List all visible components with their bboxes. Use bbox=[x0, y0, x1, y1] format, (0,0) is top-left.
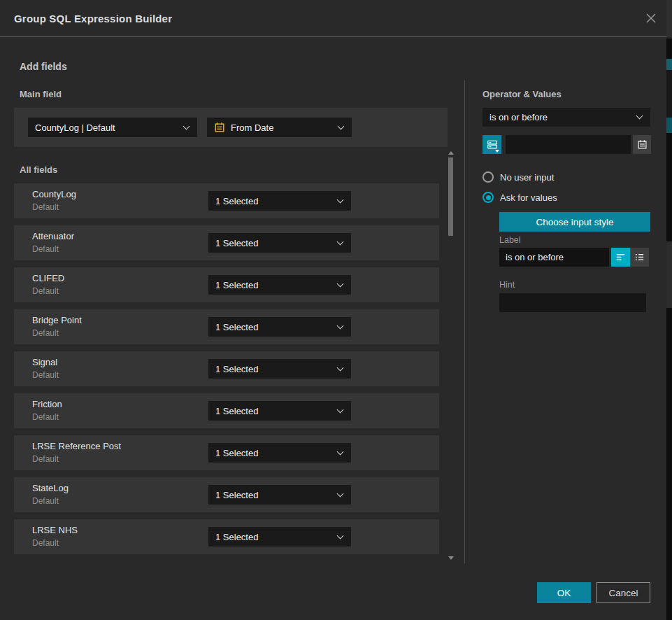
radio-icon bbox=[482, 171, 494, 183]
hint-caption: Hint bbox=[499, 280, 515, 290]
date-value-input[interactable] bbox=[506, 135, 631, 154]
all-fields-list: CountyLog Default 1 Selected Attenuator … bbox=[14, 183, 439, 561]
operator-values-heading: Operator & Values bbox=[482, 89, 562, 99]
field-row: LRSE Reference Post Default 1 Selected bbox=[14, 435, 439, 470]
single-label-style-button[interactable] bbox=[611, 248, 630, 267]
field-values-select[interactable]: 1 Selected bbox=[208, 527, 351, 547]
field-values-select-value: 1 Selected bbox=[215, 490, 331, 500]
field-values-select[interactable]: 1 Selected bbox=[208, 359, 351, 379]
chevron-down-icon bbox=[337, 406, 344, 413]
operator-select-value: is on or before bbox=[489, 112, 630, 122]
field-row: LRSE NHS Default 1 Selected bbox=[14, 519, 439, 554]
chevron-down-icon bbox=[337, 490, 344, 497]
chevron-down-icon bbox=[495, 150, 499, 153]
chevron-down-icon bbox=[337, 280, 344, 287]
chevron-down-icon bbox=[337, 196, 344, 203]
field-values-select[interactable]: 1 Selected bbox=[208, 485, 351, 505]
scrollbar-thumb[interactable] bbox=[448, 157, 453, 236]
label-caption: Label bbox=[499, 235, 521, 245]
field-values-select-value: 1 Selected bbox=[215, 280, 331, 290]
background-app-fragment bbox=[666, 70, 672, 118]
chevron-down-icon bbox=[337, 532, 344, 539]
field-values-select[interactable]: 1 Selected bbox=[208, 443, 351, 463]
scrollbar[interactable] bbox=[448, 151, 455, 560]
field-values-select[interactable]: 1 Selected bbox=[208, 275, 351, 295]
field-values-select-value: 1 Selected bbox=[215, 364, 331, 374]
date-picker-button[interactable] bbox=[633, 135, 651, 154]
field-values-select-value: 1 Selected bbox=[215, 238, 331, 248]
main-field-select-value: From Date bbox=[231, 122, 331, 133]
background-app-fragment bbox=[666, 118, 672, 133]
radio-checked-icon bbox=[482, 192, 494, 203]
layer-select-value: CountyLog | Default bbox=[35, 122, 177, 133]
main-field-container: CountyLog | Default From Date bbox=[14, 108, 448, 147]
chevron-down-icon bbox=[636, 113, 643, 120]
field-values-select-value: 1 Selected bbox=[215, 448, 331, 458]
field-values-select-value: 1 Selected bbox=[215, 196, 331, 206]
field-row: Signal Default 1 Selected bbox=[14, 351, 439, 386]
calendar-icon bbox=[214, 122, 225, 133]
main-field-heading: Main field bbox=[20, 89, 62, 99]
field-values-select[interactable]: 1 Selected bbox=[208, 401, 351, 421]
operator-select[interactable]: is on or before bbox=[482, 108, 650, 127]
field-row: Attenuator Default 1 Selected bbox=[14, 225, 439, 260]
field-row: CountyLog Default 1 Selected bbox=[14, 183, 439, 218]
field-values-select-value: 1 Selected bbox=[215, 322, 331, 332]
list-label-style-button[interactable] bbox=[630, 248, 649, 267]
divider bbox=[464, 80, 465, 563]
group-sql-expression-builder-dialog: Group SQL Expression Builder Add fields … bbox=[0, 0, 666, 620]
choose-input-style-button[interactable]: Choose input style bbox=[499, 212, 650, 232]
chevron-down-icon bbox=[337, 238, 344, 245]
layer-select[interactable]: CountyLog | Default bbox=[28, 118, 197, 137]
field-values-select[interactable]: 1 Selected bbox=[208, 233, 351, 253]
field-values-select[interactable]: 1 Selected bbox=[208, 191, 351, 211]
radio-no-user-input-label: No user input bbox=[500, 172, 554, 183]
field-row: Bridge Point Default 1 Selected bbox=[14, 309, 439, 344]
field-values-select-value: 1 Selected bbox=[215, 406, 331, 416]
field-values-select[interactable]: 1 Selected bbox=[208, 317, 351, 337]
radio-ask-for-values-label: Ask for values bbox=[500, 192, 557, 203]
main-field-select[interactable]: From Date bbox=[207, 118, 352, 137]
chevron-down-icon bbox=[338, 122, 345, 129]
radio-ask-for-values[interactable]: Ask for values bbox=[482, 192, 557, 203]
calendar-icon bbox=[637, 139, 648, 150]
field-row: StateLog Default 1 Selected bbox=[14, 477, 439, 512]
label-style-toggle-group bbox=[611, 248, 649, 267]
chevron-down-icon bbox=[337, 364, 344, 371]
dialog-title: Group SQL Expression Builder bbox=[14, 0, 172, 37]
background-app-fragment bbox=[666, 241, 672, 308]
hint-input[interactable] bbox=[499, 293, 646, 312]
radio-no-user-input[interactable]: No user input bbox=[482, 171, 554, 183]
input-type-button[interactable] bbox=[482, 135, 501, 154]
add-fields-heading: Add fields bbox=[20, 61, 67, 72]
scroll-down-icon[interactable] bbox=[448, 556, 454, 560]
title-bar: Group SQL Expression Builder bbox=[0, 0, 666, 37]
background-app-fragment bbox=[666, 59, 672, 70]
chevron-down-icon bbox=[183, 122, 190, 129]
all-fields-heading: All fields bbox=[20, 164, 57, 175]
label-input[interactable] bbox=[499, 248, 609, 267]
field-row: CLIFED Default 1 Selected bbox=[14, 267, 439, 302]
close-icon[interactable] bbox=[644, 11, 658, 25]
chevron-down-icon bbox=[337, 322, 344, 329]
stacked-values-icon bbox=[487, 139, 498, 150]
background-app-fragment bbox=[666, 0, 672, 38]
field-values-select-value: 1 Selected bbox=[215, 532, 331, 542]
background-app-strip bbox=[666, 0, 672, 620]
cancel-button[interactable]: Cancel bbox=[596, 582, 650, 603]
field-row: Friction Default 1 Selected bbox=[14, 393, 439, 428]
scroll-up-icon[interactable] bbox=[448, 151, 454, 155]
ok-button[interactable]: OK bbox=[537, 582, 591, 603]
chevron-down-icon bbox=[337, 448, 344, 455]
